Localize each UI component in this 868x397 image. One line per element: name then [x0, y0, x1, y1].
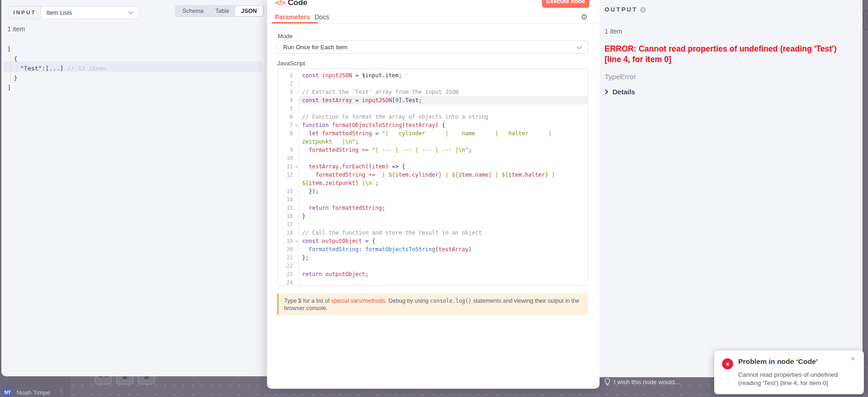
line-number: 19	[278, 237, 298, 245]
code-line[interactable]: return outputObject;	[299, 270, 588, 278]
input-panel-label: INPUT	[8, 6, 41, 19]
error-details-toggle[interactable]: Details	[605, 88, 635, 96]
input-json-tree: [{"Test":[...] // 12 items}]	[1, 44, 267, 92]
line-number: 2	[278, 80, 298, 88]
code-line[interactable]: ${item.zeitpunkt} |\n`;	[299, 179, 588, 187]
mode-select[interactable]: Run Once for Each Item	[277, 40, 588, 54]
code-line[interactable]	[299, 104, 588, 113]
line-number: 7	[278, 121, 298, 129]
tab-docs[interactable]: Docs	[315, 13, 329, 21]
code-line[interactable]	[299, 154, 588, 162]
code-line[interactable]	[299, 262, 588, 270]
error-toast: × Problem in node ‘Code’ × Cannot read p…	[714, 351, 864, 394]
line-number: 1	[278, 71, 298, 80]
lightbulb-icon	[605, 378, 610, 386]
code-line[interactable]	[299, 196, 588, 204]
line-number: 14	[278, 196, 298, 204]
node-feedback-link[interactable]: I wish this node would...	[605, 378, 680, 386]
code-line[interactable]: };	[299, 253, 588, 262]
line-number: 11	[278, 162, 298, 171]
code-line[interactable]: return formattedString;	[299, 204, 588, 212]
code-line[interactable]	[299, 278, 588, 286]
code-line[interactable]: // Function to format the array of objec…	[299, 113, 588, 121]
line-number: 16	[278, 212, 298, 220]
code-line[interactable]	[299, 80, 588, 88]
code-line[interactable]: formattedString += "| --- | --- | --- | …	[299, 146, 588, 154]
javascript-label: JavaScript	[277, 60, 305, 67]
info-icon[interactable]: i	[640, 7, 646, 13]
code-line[interactable]: const testArray = inputJSON[0].Test;	[299, 96, 588, 104]
json-row: {	[1, 54, 267, 63]
line-number: 12	[278, 171, 298, 179]
input-source-select[interactable]: Item Lists	[41, 6, 139, 19]
code-line[interactable]: function formatObjectsToString(testArray…	[299, 121, 588, 129]
line-number	[278, 179, 298, 187]
input-source-value: Item Lists	[47, 9, 72, 16]
code-line[interactable]: formattedString += `| ${item.cylinder} |…	[299, 171, 588, 179]
wish-label: I wish this node would...	[614, 379, 680, 385]
fold-chevron-icon[interactable]	[295, 239, 298, 242]
json-row: }	[1, 73, 267, 83]
hint-text: . Debug by using	[385, 298, 430, 304]
line-number: 3	[278, 88, 298, 96]
line-number: 17	[278, 220, 298, 229]
line-number: 18	[278, 229, 298, 237]
hint-text: Type $ for a list of	[284, 298, 331, 304]
code-node-icon: </>	[275, 0, 285, 6]
scrollbar-thumb[interactable]	[863, 10, 867, 30]
code-line[interactable]: });	[299, 187, 588, 196]
code-line[interactable]: testArray.forEach((item) => {	[299, 162, 588, 171]
code-line[interactable]: // Call the function and store the resul…	[299, 229, 588, 237]
input-tab-schema[interactable]: Schema	[176, 6, 210, 16]
editor-hint: Type $ for a list of special vars/method…	[277, 293, 588, 315]
code-line[interactable]: zeitpunkt |\n";	[299, 138, 588, 146]
execute-node-button[interactable]: Execute node	[542, 0, 589, 8]
input-panel: INPUT Item Lists SchemaTableJSON 1 item …	[1, 0, 267, 376]
code-editor[interactable]: 123456789101112131415161718192021222324 …	[277, 69, 588, 286]
fold-chevron-icon[interactable]	[295, 165, 298, 168]
line-number	[278, 138, 298, 146]
editor-gutter: 123456789101112131415161718192021222324	[278, 69, 299, 285]
mode-label: Mode	[278, 33, 293, 40]
error-circle-icon: ×	[722, 358, 733, 369]
json-row: "Test":[...] // 12 items	[1, 63, 267, 73]
input-tab-table[interactable]: Table	[210, 6, 235, 16]
code-line[interactable]: FormattedString: formatObjectsToString(t…	[299, 245, 588, 253]
toast-message: Cannot read properties of undefined (rea…	[738, 371, 838, 387]
tab-parameters[interactable]: Parameters	[275, 13, 310, 21]
line-number: 4	[278, 96, 298, 104]
code-line[interactable]: const outputObject = {	[299, 237, 588, 245]
json-row: ]	[1, 83, 267, 92]
fold-chevron-icon[interactable]	[295, 123, 298, 127]
hint-text: statements and viewing their output in t…	[472, 298, 579, 304]
code-line[interactable]: let formattedString = "| cylinder | name…	[299, 129, 588, 138]
tabs-divider	[267, 23, 600, 24]
code-line[interactable]	[299, 220, 588, 229]
gear-icon[interactable]: ⚙	[581, 13, 588, 21]
code-line[interactable]: // Extract the 'Test' array from the inp…	[299, 88, 588, 96]
input-items-count: 1 item	[7, 25, 25, 33]
hint-text: browser console.	[284, 305, 328, 311]
code-line[interactable]: }	[299, 212, 588, 220]
input-tab-json[interactable]: JSON	[235, 6, 263, 16]
mode-value: Run Once for Each Item	[283, 44, 347, 51]
hint-code: console.log()	[430, 298, 472, 304]
output-error-type: TypeError	[605, 73, 636, 81]
output-panel-label: OUTPUT	[605, 6, 637, 13]
user-menu-icon[interactable]: ⋮	[58, 387, 65, 395]
editor-content[interactable]: const inputJSON = $input.item;// Extract…	[299, 69, 588, 285]
node-title: Code	[288, 0, 308, 7]
line-number: 15	[278, 204, 298, 212]
user-name: Noah Timpe	[17, 389, 50, 396]
line-number: 10	[278, 154, 298, 162]
toast-close-icon[interactable]: ×	[851, 354, 855, 363]
output-error-message: ERROR: Cannot read properties of undefin…	[605, 44, 856, 65]
line-number: 24	[278, 278, 298, 286]
avatar[interactable]: NT	[1, 386, 14, 397]
line-number: 13	[278, 187, 298, 196]
details-label: Details	[612, 88, 635, 96]
code-node-panel: </> Code Execute node Parameters Docs ⚙ …	[267, 0, 600, 389]
code-line[interactable]: const inputJSON = $input.item;	[299, 71, 588, 80]
hint-link[interactable]: special vars/methods	[331, 298, 385, 304]
line-number: 5	[278, 104, 298, 113]
